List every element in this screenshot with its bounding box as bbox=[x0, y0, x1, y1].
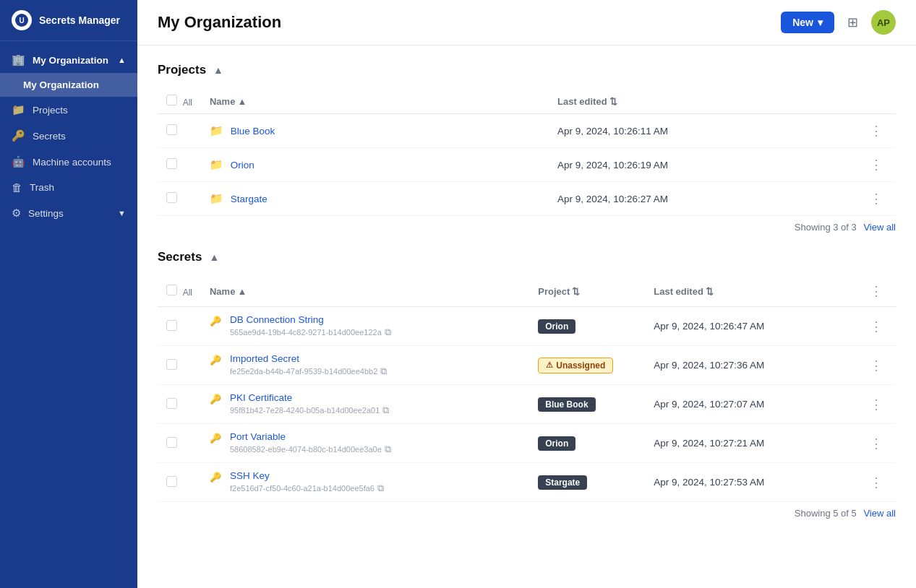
projects-last-edited-sort[interactable]: Last edited ⇅ bbox=[557, 96, 617, 107]
secrets-project-sort-icon: ⇅ bbox=[572, 286, 580, 297]
secrets-table: All Name ▲ Project ⇅ bbox=[158, 276, 896, 502]
copy-icon[interactable]: ⧉ bbox=[380, 366, 387, 377]
secrets-project-col-label: Project bbox=[538, 286, 570, 297]
copy-icon[interactable]: ⧉ bbox=[382, 405, 389, 416]
copy-icon[interactable]: ⧉ bbox=[377, 483, 384, 494]
secret-row-actions-cell: ⋮ bbox=[857, 463, 896, 502]
project-row-more-button[interactable]: ⋮ bbox=[865, 155, 887, 174]
project-row-more-button[interactable]: ⋮ bbox=[865, 121, 887, 140]
project-name-link[interactable]: Stargate bbox=[231, 194, 267, 204]
projects-view-all-link[interactable]: View all bbox=[863, 222, 896, 233]
grid-view-button[interactable]: ⊞ bbox=[843, 10, 863, 35]
secrets-last-edited-sort[interactable]: Last edited ⇅ bbox=[654, 286, 714, 297]
secret-row-actions-cell: ⋮ bbox=[857, 424, 896, 463]
secret-row-project-cell: ⚠ Unassigned bbox=[529, 346, 645, 385]
copy-icon[interactable]: ⧉ bbox=[385, 444, 391, 455]
sidebar-item-secrets[interactable]: 🔑 Secrets bbox=[0, 123, 137, 149]
sidebar-item-projects[interactable]: 📁 Projects bbox=[0, 97, 137, 123]
secret-row-more-button[interactable]: ⋮ bbox=[865, 473, 887, 492]
table-row: 🔑 PKI Certificate 95f81b42-7e28-4240-b05… bbox=[158, 385, 896, 424]
secret-name-link[interactable]: PKI Certificate bbox=[230, 392, 292, 403]
copy-icon[interactable]: ⧉ bbox=[385, 327, 391, 338]
secrets-view-all-link[interactable]: View all bbox=[863, 508, 896, 519]
secret-row-date-cell: Apr 9, 2024, 10:27:36 AM bbox=[645, 346, 857, 385]
secrets-project-sort[interactable]: Project ⇅ bbox=[538, 286, 580, 297]
warning-icon: ⚠ bbox=[546, 360, 553, 370]
project-row-checkbox[interactable] bbox=[166, 192, 177, 203]
projects-table: All Name ▲ Last edited ⇅ bbox=[158, 89, 896, 216]
secret-row-more-button[interactable]: ⋮ bbox=[865, 434, 887, 453]
secret-row-checkbox[interactable] bbox=[166, 320, 177, 331]
secrets-section-title: Secrets bbox=[158, 250, 202, 264]
new-button[interactable]: New ▾ bbox=[781, 12, 834, 33]
project-row-actions-cell: ⋮ bbox=[857, 114, 896, 148]
project-row-actions-cell: ⋮ bbox=[857, 182, 896, 216]
sidebar-projects-label: Projects bbox=[33, 105, 68, 116]
sidebar-item-org-child[interactable]: My Organization bbox=[0, 73, 137, 97]
secret-id-text: f2e516d7-cf50-4c60-a21a-b14d00ee5fa6 bbox=[230, 484, 374, 493]
secret-name-link[interactable]: Imported Secret bbox=[230, 353, 299, 364]
sidebar-machine-label: Machine accounts bbox=[33, 157, 111, 168]
secret-row-more-button[interactable]: ⋮ bbox=[865, 317, 887, 336]
project-name-link[interactable]: Orion bbox=[231, 160, 254, 170]
projects-icon: 📁 bbox=[12, 103, 25, 116]
sidebar-item-machine-accounts[interactable]: 🤖 Machine accounts bbox=[0, 149, 137, 175]
projects-showing-count: Showing 3 of 3 bbox=[795, 222, 857, 233]
project-row-more-button[interactable]: ⋮ bbox=[865, 189, 887, 208]
settings-icon: ⚙ bbox=[12, 207, 21, 220]
secret-row-checkbox[interactable] bbox=[166, 437, 177, 448]
sidebar-item-org-parent[interactable]: 🏢 My Organization ▲ bbox=[0, 47, 137, 73]
projects-section-title: Projects bbox=[158, 63, 206, 77]
secret-id: 58608582-eb9e-4074-b80c-b14d00ee3a0e ⧉ bbox=[230, 444, 391, 455]
folder-icon: 📁 bbox=[210, 192, 223, 204]
secret-name-link[interactable]: Port Variable bbox=[230, 431, 286, 442]
secret-row-more-button[interactable]: ⋮ bbox=[865, 356, 887, 375]
secret-id-text: 95f81b42-7e28-4240-b05a-b14d00ee2a01 bbox=[230, 406, 380, 415]
secret-row-date-cell: Apr 9, 2024, 10:27:21 AM bbox=[645, 424, 857, 463]
secrets-all-label: All bbox=[183, 287, 192, 298]
table-row: 🔑 DB Connection String 565ae9d4-19b4-4c8… bbox=[158, 307, 896, 346]
project-row-date-cell: Apr 9, 2024, 10:26:11 AM bbox=[549, 114, 857, 148]
project-row-checkbox[interactable] bbox=[166, 158, 177, 169]
project-row-actions-cell: ⋮ bbox=[857, 148, 896, 182]
project-badge: ⚠ Unassigned bbox=[538, 358, 613, 373]
table-row: 📁 Orion Apr 9, 2024, 10:26:19 AM ⋮ bbox=[158, 148, 896, 182]
secrets-table-more-button[interactable]: ⋮ bbox=[865, 282, 887, 301]
sidebar-item-settings[interactable]: ⚙ Settings ▼ bbox=[0, 200, 137, 226]
projects-name-sort[interactable]: Name ▲ bbox=[210, 96, 247, 107]
grid-icon: ⊞ bbox=[847, 15, 858, 30]
secret-row-checkbox[interactable] bbox=[166, 359, 177, 370]
secret-row-name-cell: 🔑 DB Connection String 565ae9d4-19b4-4c8… bbox=[201, 307, 529, 346]
secrets-icon: 🔑 bbox=[12, 129, 25, 142]
secret-row-more-button[interactable]: ⋮ bbox=[865, 395, 887, 414]
secret-id-text: fe25e2da-b44b-47af-9539-b14d00ee4bb2 bbox=[230, 367, 377, 376]
project-row-checkbox[interactable] bbox=[166, 124, 177, 135]
projects-select-all-checkbox[interactable] bbox=[166, 95, 177, 105]
sidebar-item-trash[interactable]: 🗑 Trash bbox=[0, 175, 137, 200]
projects-select-all-header: All bbox=[158, 89, 201, 114]
secrets-project-header: Project ⇅ bbox=[529, 276, 645, 307]
secret-id-text: 58608582-eb9e-4074-b80c-b14d00ee3a0e bbox=[230, 445, 382, 454]
new-button-chevron-icon: ▾ bbox=[818, 17, 823, 28]
project-name-link[interactable]: Blue Book bbox=[231, 126, 275, 137]
key-icon: 🔑 bbox=[210, 472, 221, 483]
projects-section-chevron-icon[interactable]: ▲ bbox=[213, 64, 223, 76]
avatar[interactable]: AP bbox=[871, 10, 896, 35]
secret-row-checkbox[interactable] bbox=[166, 398, 177, 409]
secret-row-checkbox[interactable] bbox=[166, 476, 177, 487]
secrets-section-chevron-icon[interactable]: ▲ bbox=[209, 251, 219, 263]
secrets-name-sort-icon: ▲ bbox=[237, 286, 247, 297]
secrets-name-header: Name ▲ bbox=[201, 276, 529, 307]
secret-row-name-cell: 🔑 Imported Secret fe25e2da-b44b-47af-953… bbox=[201, 346, 529, 385]
project-row-checkbox-cell bbox=[158, 148, 201, 182]
secret-row-actions-cell: ⋮ bbox=[857, 385, 896, 424]
secrets-select-all-checkbox[interactable] bbox=[166, 285, 177, 295]
topbar: My Organization New ▾ ⊞ AP bbox=[137, 0, 916, 46]
secret-name-link[interactable]: DB Connection String bbox=[230, 314, 324, 325]
secret-name-link[interactable]: SSH Key bbox=[230, 470, 270, 481]
secrets-name-sort[interactable]: Name ▲ bbox=[210, 286, 247, 297]
projects-last-edited-sort-icon: ⇅ bbox=[609, 96, 617, 107]
secret-row-checkbox-cell bbox=[158, 424, 201, 463]
machine-icon: 🤖 bbox=[12, 155, 25, 168]
table-row: 🔑 Port Variable 58608582-eb9e-4074-b80c-… bbox=[158, 424, 896, 463]
